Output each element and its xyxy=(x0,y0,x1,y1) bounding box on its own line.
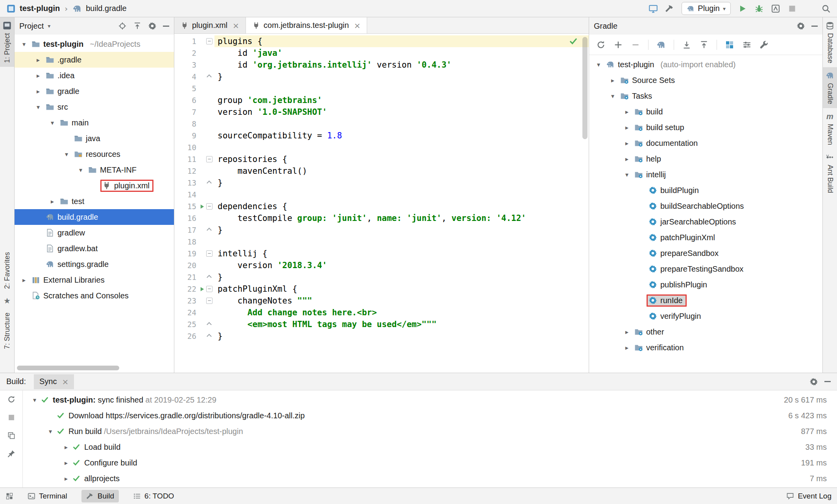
expand-arrow-icon[interactable]: ▸ xyxy=(607,77,618,84)
run-button[interactable] xyxy=(738,4,747,13)
attach-project-icon[interactable] xyxy=(613,40,623,50)
run-config-select[interactable]: Plugin ▾ xyxy=(682,2,731,15)
close-tab-icon[interactable]: × xyxy=(62,377,69,386)
project-tree-item-idea[interactable]: ▸.idea xyxy=(15,68,174,83)
build-tab-sync[interactable]: Sync × xyxy=(34,374,74,389)
debug-button[interactable] xyxy=(754,4,764,13)
project-tree-item-gradle[interactable]: ▸.gradle xyxy=(15,52,174,68)
code-line-22[interactable]: 22−patchPluginXml { xyxy=(174,283,589,295)
expand-arrow-icon[interactable]: ▾ xyxy=(607,92,618,100)
tool-button-structure[interactable]: 7: Structure xyxy=(0,309,14,353)
code-line-9[interactable]: 9sourceCompatibility = 1.8 xyxy=(174,130,589,142)
gradle-task-publishplugin[interactable]: publishPlugin xyxy=(589,277,822,292)
code-editor[interactable]: 1−plugins {2 id 'java'3 id 'org.jetbrain… xyxy=(174,34,589,373)
expand-arrow-icon[interactable]: ▾ xyxy=(61,151,72,158)
code-line-25[interactable]: 25 <em>most HTML tags may be used</em>""… xyxy=(174,318,589,330)
gradle-task-verifyplugin[interactable]: verifyPlugin xyxy=(589,308,822,324)
expand-arrow-icon[interactable]: ▸ xyxy=(621,108,632,116)
hide-panel-icon[interactable] xyxy=(824,381,831,382)
gradle-task-build[interactable]: ▸build xyxy=(589,104,822,120)
build-row-3[interactable]: ▸Load build33 ms xyxy=(23,439,837,455)
expand-arrow-icon[interactable]: ▾ xyxy=(44,428,57,435)
gradle-task-test-plugin[interactable]: ▾test-plugin(auto-import enabled) xyxy=(589,57,822,72)
gradle-task-build-setup[interactable]: ▸build setup xyxy=(589,120,822,135)
run-gutter-icon[interactable] xyxy=(199,286,205,292)
open-in-ide-icon[interactable] xyxy=(649,4,658,13)
expand-arrow-icon[interactable]: ▸ xyxy=(621,344,632,351)
expand-arrow-icon[interactable]: ▸ xyxy=(33,72,44,79)
settings-gear-icon[interactable] xyxy=(809,377,818,386)
horizontal-scrollbar[interactable] xyxy=(17,366,119,370)
gradle-task-help[interactable]: ▸help xyxy=(589,151,822,167)
expand-arrow-icon[interactable]: ▸ xyxy=(621,124,632,131)
code-line-26[interactable]: 26} xyxy=(174,330,589,342)
dependencies-icon[interactable] xyxy=(725,40,734,50)
statusbar-build[interactable]: Build xyxy=(81,490,119,502)
project-tree-item-settings-gradle[interactable]: settings.gradle xyxy=(15,256,174,272)
build-project-icon[interactable] xyxy=(665,4,674,13)
run-gutter-icon[interactable] xyxy=(199,204,205,210)
project-tree-item-meta-inf[interactable]: ▾META-INF xyxy=(15,162,174,178)
fold-open-icon[interactable]: − xyxy=(206,156,212,162)
gradle-task-verification[interactable]: ▸verification xyxy=(589,340,822,355)
project-tree-item-gradlew-bat[interactable]: gradlew.bat xyxy=(15,241,174,256)
expand-arrow-icon[interactable]: ▸ xyxy=(33,56,44,64)
build-row-2[interactable]: ▾Run build /Users/jetbrains/IdeaProjects… xyxy=(23,423,837,439)
hide-panel-icon[interactable] xyxy=(811,26,818,27)
statusbar-event-log[interactable]: Event Log xyxy=(786,492,831,500)
pin-icon[interactable] xyxy=(7,449,16,458)
project-tree-item-gradlew[interactable]: gradlew xyxy=(15,225,174,241)
code-line-3[interactable]: 3 id 'org.jetbrains.intellij' version '0… xyxy=(174,59,589,71)
gradle-task-jarsearchableoptions[interactable]: jarSearchableOptions xyxy=(589,214,822,230)
project-tree-item-src[interactable]: ▾src xyxy=(15,99,174,115)
code-line-12[interactable]: 12 mavenCentral() xyxy=(174,165,589,177)
tool-button-ant[interactable]: Ant Build xyxy=(823,149,837,197)
expand-arrow-icon[interactable]: ▸ xyxy=(621,155,632,163)
collapse-all-icon[interactable] xyxy=(699,40,709,50)
code-line-21[interactable]: 21} xyxy=(174,271,589,283)
expand-arrow-icon[interactable]: ▸ xyxy=(621,328,632,336)
tool-button-database[interactable]: Database xyxy=(823,17,837,67)
project-panel-title[interactable]: Project xyxy=(19,22,44,31)
settings-gear-icon[interactable] xyxy=(148,22,157,30)
refresh-gradle-icon[interactable] xyxy=(596,40,606,50)
expand-arrow-icon[interactable]: ▸ xyxy=(60,459,72,467)
editor-tab-plugin-xml[interactable]: plugin.xml × xyxy=(174,17,246,33)
code-line-18[interactable]: 18 xyxy=(174,236,589,248)
code-line-19[interactable]: 19−intellij { xyxy=(174,248,589,259)
expand-arrow-icon[interactable]: ▾ xyxy=(47,119,58,127)
code-line-1[interactable]: 1−plugins { xyxy=(174,35,589,47)
gradle-task-buildsearchableoptions[interactable]: buildSearchableOptions xyxy=(589,198,822,214)
detach-project-icon[interactable] xyxy=(631,40,640,50)
project-tree-item-external-libraries[interactable]: ▸External Libraries xyxy=(15,272,174,288)
gradle-task-intellij[interactable]: ▾intellij xyxy=(589,167,822,182)
code-line-4[interactable]: 4} xyxy=(174,71,589,83)
project-tree-item-gradle[interactable]: ▸gradle xyxy=(15,83,174,99)
expand-arrow-icon[interactable]: ▸ xyxy=(47,198,58,205)
fold-open-icon[interactable]: − xyxy=(206,286,212,292)
code-line-13[interactable]: 13} xyxy=(174,177,589,189)
expand-all-icon[interactable] xyxy=(682,40,691,50)
build-row-4[interactable]: ▸Configure build191 ms xyxy=(23,455,837,471)
fold-open-icon[interactable]: − xyxy=(206,250,212,257)
expand-arrow-icon[interactable]: ▾ xyxy=(75,166,86,174)
code-line-10[interactable]: 10 xyxy=(174,142,589,153)
fold-open-icon[interactable]: − xyxy=(206,38,212,44)
close-tab-icon[interactable]: × xyxy=(233,21,239,30)
statusbar-terminal[interactable]: Terminal xyxy=(23,490,72,502)
expand-arrow-icon[interactable]: ▸ xyxy=(60,443,72,451)
code-line-16[interactable]: 16 testCompile group: 'junit', name: 'ju… xyxy=(174,212,589,224)
project-tree-item-test[interactable]: ▸test xyxy=(15,193,174,209)
code-line-17[interactable]: 17} xyxy=(174,224,589,236)
fold-close-icon[interactable] xyxy=(207,228,212,233)
code-line-20[interactable]: 20 version '2018.3.4' xyxy=(174,259,589,271)
code-line-6[interactable]: 6group 'com.jetbrains' xyxy=(174,94,589,106)
expand-arrow-icon[interactable]: ▸ xyxy=(621,140,632,147)
code-line-7[interactable]: 7version '1.0-SNAPSHOT' xyxy=(174,106,589,118)
project-tree-item-build-gradle[interactable]: build.gradle xyxy=(15,209,174,225)
statusbar-todo[interactable]: 6: TODO xyxy=(128,490,179,502)
code-line-14[interactable]: 14 xyxy=(174,189,589,200)
tool-button-project[interactable]: 1: Project xyxy=(0,17,14,67)
expand-arrow-icon[interactable]: ▾ xyxy=(621,171,632,178)
export-icon[interactable] xyxy=(7,431,16,440)
